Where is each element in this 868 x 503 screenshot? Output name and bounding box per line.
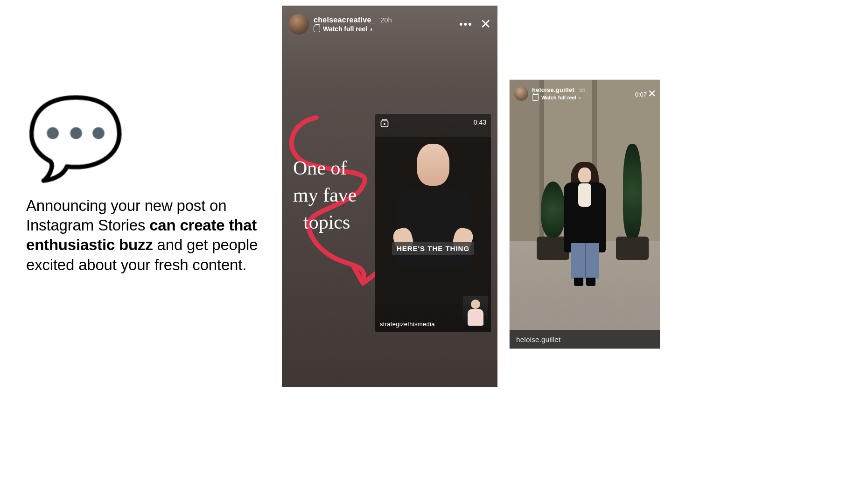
- left-info-block: 💬 Announcing your new post on Instagram …: [26, 98, 264, 275]
- watch-full-reel-link[interactable]: Watch full reel ›: [532, 94, 644, 101]
- reel-caption-overlay: HERE'S THE THING: [392, 242, 474, 255]
- story1-meta: chelseacreative_ 20h Watch full reel ›: [314, 16, 452, 33]
- figure2-boot-left: [574, 278, 583, 286]
- story1-username[interactable]: chelseacreative_: [314, 16, 376, 24]
- story2-username[interactable]: heloise.guillet: [532, 86, 574, 93]
- story1-age: 20h: [380, 16, 392, 24]
- chevron-right-icon: ›: [579, 95, 581, 100]
- reel-pip-thumbnail: [463, 296, 488, 329]
- walking-figure: [559, 164, 610, 285]
- reel-handle[interactable]: strategizethismedia: [380, 321, 435, 328]
- story2-elapsed-time: 0:07: [635, 91, 647, 98]
- figure2-jeans: [571, 243, 599, 279]
- annotation-line-1: One of: [293, 155, 357, 182]
- story2-footer-handle: heloise.guillet: [516, 335, 560, 343]
- planter-right: [616, 237, 649, 260]
- close-icon[interactable]: ✕: [480, 21, 491, 28]
- avatar[interactable]: [514, 87, 528, 101]
- instagram-story-1[interactable]: chelseacreative_ 20h Watch full reel › •…: [282, 6, 497, 387]
- figure2-face: [578, 168, 591, 183]
- chevron-right-icon: ›: [370, 25, 372, 33]
- watch-full-reel-link[interactable]: Watch full reel ›: [314, 25, 452, 33]
- close-icon[interactable]: ✕: [648, 91, 656, 97]
- story2-footer[interactable]: heloise.guillet: [510, 330, 660, 349]
- story2-scene: [510, 80, 660, 330]
- figure-head: [417, 144, 449, 186]
- story2-name-row: heloise.guillet 5h: [532, 86, 644, 93]
- reel-badge-icon: [380, 119, 389, 128]
- annotation-line-2: my fave: [293, 182, 357, 209]
- story1-name-row: chelseacreative_ 20h: [314, 16, 452, 24]
- watch-reel-label: Watch full reel: [323, 25, 367, 33]
- figure2-boot-right: [586, 278, 595, 286]
- story2-meta: heloise.guillet 5h Watch full reel ›: [532, 86, 644, 101]
- avatar[interactable]: [288, 14, 309, 35]
- reel-icon: [314, 26, 320, 32]
- story1-annotation: One of my fave topics: [293, 155, 357, 236]
- reel-duration: 0:43: [474, 119, 486, 126]
- instagram-story-2[interactable]: heloise.guillet 5h Watch full reel › ✕ 0…: [509, 79, 660, 349]
- reel-icon: [532, 94, 539, 101]
- reel-video-frame: HERE'S THE THING: [375, 137, 491, 304]
- story1-header: chelseacreative_ 20h Watch full reel › •…: [288, 14, 491, 35]
- embedded-reel-preview[interactable]: 0:43 HERE'S THE THING strategizethismedi…: [375, 114, 491, 332]
- marketing-copy: Announcing your new post on Instagram St…: [26, 196, 264, 275]
- more-options-icon[interactable]: •••: [456, 18, 476, 30]
- speech-bubble-icon: 💬: [26, 98, 264, 177]
- figure2-sweater: [578, 183, 591, 207]
- watch-reel-label: Watch full reel: [541, 95, 576, 100]
- story2-age: 5h: [579, 87, 585, 93]
- annotation-line-3: topics: [293, 209, 357, 236]
